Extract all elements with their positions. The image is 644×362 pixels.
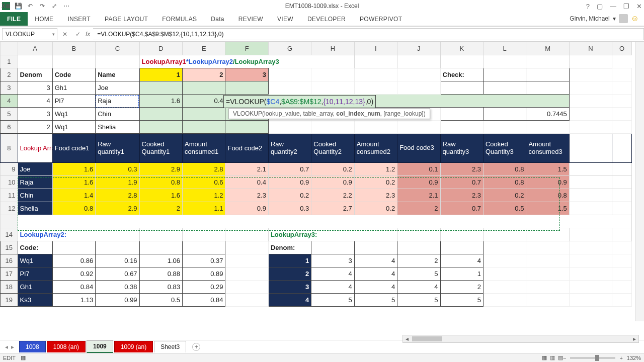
cancel-icon[interactable]: ✕ xyxy=(58,31,71,38)
cell[interactable]: Gh1 xyxy=(52,81,95,95)
sheet-tab-1008[interactable]: 1008 xyxy=(19,341,46,352)
minimize-icon[interactable]: — xyxy=(610,3,616,10)
cell[interactable]: Cooked Quantity1 xyxy=(139,134,182,163)
cell-edit-F4[interactable]: =VLOOKUP($C4,$A$9:$M$12,{10,11,12,13},0) xyxy=(223,95,376,108)
row-8[interactable]: 8 xyxy=(1,134,18,163)
vertical-scrollbar[interactable] xyxy=(635,42,644,321)
tab-view[interactable]: VIEW xyxy=(270,12,300,26)
cell[interactable]: 3 xyxy=(18,108,52,121)
redo-icon[interactable]: ↷ xyxy=(38,2,46,10)
cell[interactable]: Wq1 xyxy=(52,108,95,121)
zoom-in-icon[interactable]: + xyxy=(619,355,622,361)
col-F[interactable]: F xyxy=(225,42,268,55)
ribbon-opts-icon[interactable]: ▢ xyxy=(597,3,603,10)
cell[interactable]: 4 xyxy=(18,95,52,108)
cell[interactable]: Amount consumed2 xyxy=(354,134,397,163)
tab-formulas[interactable]: FORMULAS xyxy=(155,12,204,26)
select-all[interactable] xyxy=(1,42,18,55)
row-4[interactable]: 4 xyxy=(1,95,18,108)
view-pagebreak-icon[interactable]: ▤ xyxy=(558,354,563,361)
tab-developer[interactable]: DEVELOPER xyxy=(300,12,353,26)
close-icon[interactable]: ✕ xyxy=(636,3,642,10)
row-5[interactable]: 5 xyxy=(1,108,18,121)
col-O[interactable]: O xyxy=(612,42,632,55)
cell[interactable]: Amount consumed1 xyxy=(183,134,225,163)
cell[interactable]: Joe xyxy=(96,81,139,95)
col-M[interactable]: M xyxy=(526,42,569,55)
cell[interactable]: 1.6 xyxy=(139,95,182,108)
cell[interactable]: Shelia xyxy=(96,121,139,134)
row-3[interactable]: 3 xyxy=(1,81,18,95)
cell[interactable]: Food code2 xyxy=(225,134,268,163)
cell[interactable]: 0.4 xyxy=(183,95,225,108)
sheet-tab-1009-an-[interactable]: 1009 (an) xyxy=(114,341,153,352)
sheet-tab-1009[interactable]: 1009 xyxy=(87,340,113,353)
col-H[interactable]: H xyxy=(311,42,354,55)
cell[interactable]: Denom: xyxy=(268,241,311,254)
cell[interactable]: Cooked Quantity2 xyxy=(311,134,354,163)
cell[interactable]: Check: xyxy=(440,68,483,81)
zoom-out-icon[interactable]: − xyxy=(563,355,566,361)
cell[interactable]: 0.7445 xyxy=(526,108,569,121)
cell[interactable]: Lookup Array 1: xyxy=(18,134,52,163)
col-K[interactable]: K xyxy=(440,42,483,55)
help-icon[interactable]: ? xyxy=(586,3,590,10)
col-N[interactable]: N xyxy=(569,42,612,55)
name-box[interactable]: VLOOKUP xyxy=(2,28,57,40)
cell[interactable]: 2 xyxy=(183,68,225,81)
cell[interactable]: Raw quantity2 xyxy=(268,134,311,163)
view-normal-icon[interactable]: ▦ xyxy=(542,354,547,361)
horizontal-scrollbar[interactable]: ◂▸ xyxy=(403,335,639,343)
undo-icon[interactable]: ↶ xyxy=(26,2,34,10)
zoom-level[interactable]: 132% xyxy=(627,355,641,361)
cell[interactable]: Food code3 xyxy=(397,134,440,163)
tab-page-layout[interactable]: PAGE LAYOUT xyxy=(98,12,155,26)
cell[interactable]: Name xyxy=(96,68,139,81)
cell[interactable]: Amount consumed3 xyxy=(526,134,569,163)
user-name[interactable]: Girvin, Michael xyxy=(570,15,609,22)
avatar[interactable] xyxy=(619,14,628,23)
row-2[interactable]: 2 xyxy=(1,68,18,81)
enter-icon[interactable]: ✓ xyxy=(71,31,85,38)
col-L[interactable]: L xyxy=(483,42,526,55)
tab-powerpivot[interactable]: POWERPIVOT xyxy=(353,12,409,26)
touch-icon[interactable]: ⤢ xyxy=(50,2,58,10)
tab-file[interactable]: FILE xyxy=(0,12,28,26)
tab-nav-last[interactable]: ▸ xyxy=(11,343,14,350)
col-A[interactable]: A xyxy=(18,42,52,55)
row-6[interactable]: 6 xyxy=(1,121,18,134)
save-icon[interactable]: 💾 xyxy=(14,2,22,10)
cell[interactable]: 3 xyxy=(18,81,52,95)
zoom-slider[interactable] xyxy=(570,357,615,359)
cell[interactable]: Code xyxy=(52,68,95,81)
cell[interactable]: Food code1 xyxy=(52,134,95,163)
cell[interactable]: Pl7 xyxy=(52,95,95,108)
cell[interactable]: 3 xyxy=(225,68,268,81)
cell[interactable]: Raw quantity3 xyxy=(440,134,483,163)
tab-nav-first[interactable]: ◂ xyxy=(5,343,8,350)
worksheet-grid[interactable]: A B C D E F G H I J K L M N O 1 LookupAr… xyxy=(0,42,632,307)
row-14[interactable]: 14 xyxy=(1,228,18,241)
cell[interactable]: Denom xyxy=(18,68,52,81)
sheet-tab-1008-an-[interactable]: 1008 (an) xyxy=(47,341,86,352)
tab-data[interactable]: Data xyxy=(204,12,231,26)
tab-home[interactable]: HOME xyxy=(28,12,60,26)
cell[interactable]: Wq1 xyxy=(52,121,95,134)
cell[interactable]: Chin xyxy=(96,108,139,121)
tab-insert[interactable]: INSERT xyxy=(60,12,98,26)
cell[interactable]: 1 xyxy=(139,68,182,81)
col-I[interactable]: I xyxy=(354,42,397,55)
col-G[interactable]: G xyxy=(268,42,311,55)
tab-review[interactable]: REVIEW xyxy=(231,12,270,26)
cell[interactable]: 2 xyxy=(18,121,52,134)
cell[interactable]: Cooked Quantity3 xyxy=(483,134,526,163)
col-C[interactable]: C xyxy=(96,42,139,55)
cell[interactable]: Raw quantity1 xyxy=(96,134,139,163)
row-1[interactable]: 1 xyxy=(1,55,18,68)
new-sheet-button[interactable]: + xyxy=(192,343,200,351)
cell[interactable]: Code: xyxy=(18,241,52,254)
qat-more-icon[interactable]: ⋯ xyxy=(62,2,70,10)
feedback-icon[interactable]: ☺ xyxy=(631,14,639,23)
sheet-tab-Sheet3[interactable]: Sheet3 xyxy=(154,341,186,352)
col-E[interactable]: E xyxy=(183,42,225,55)
